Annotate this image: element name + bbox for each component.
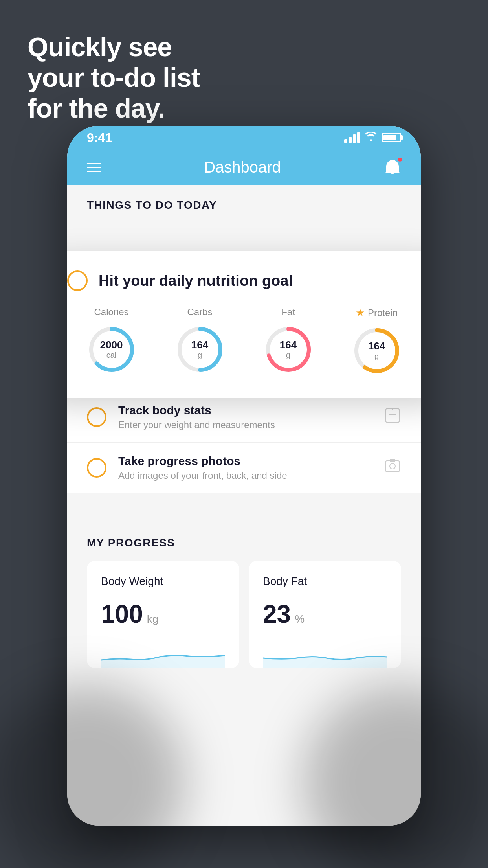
hero-line2: your to-do list: [28, 62, 200, 93]
calories-label: Calories: [94, 307, 128, 318]
progress-card-weight[interactable]: Body Weight 100 kg: [87, 561, 239, 668]
progress-section: MY PROGRESS Body Weight 100 kg: [67, 517, 421, 668]
scale-icon: [384, 407, 401, 428]
body-weight-value-row: 100 kg: [101, 600, 225, 629]
task-text-photos: Take progress photos Add images of your …: [118, 454, 372, 481]
wifi-icon: [365, 132, 377, 144]
photo-icon: [384, 458, 401, 478]
carbs-value: 164 g: [191, 339, 208, 360]
battery-icon: [382, 133, 401, 142]
protein-value: 164 g: [368, 340, 385, 361]
body-weight-chart: [101, 640, 225, 668]
carbs-label: Carbs: [187, 307, 212, 318]
status-bar: 9:41: [67, 126, 421, 149]
progress-cards: Body Weight 100 kg: [87, 561, 401, 668]
body-weight-title: Body Weight: [101, 575, 225, 588]
nutrition-carbs: Carbs 164 g: [174, 307, 226, 375]
carbs-donut: 164 g: [174, 324, 226, 375]
nav-bar: Dashboard: [67, 149, 421, 185]
body-weight-unit: kg: [147, 613, 159, 625]
spacer: [67, 493, 421, 517]
hero-line1: Quickly see: [28, 31, 200, 62]
body-fat-title: Body Fat: [263, 575, 387, 588]
bell-icon[interactable]: [384, 158, 401, 176]
hero-text: Quickly see your to-do list for the day.: [28, 31, 200, 124]
nutrition-calories: Calories 2000 cal: [86, 307, 137, 375]
section-header: THINGS TO DO TODAY: [67, 185, 421, 219]
body-fat-value: 23: [263, 600, 291, 629]
protein-label: ★ Protein: [356, 307, 398, 319]
hamburger-menu[interactable]: [87, 163, 101, 172]
nutrition-fat: Fat 164 g: [263, 307, 314, 375]
star-icon: ★: [356, 307, 365, 319]
task-name-bodystats: Track body stats: [118, 404, 372, 417]
status-time: 9:41: [87, 131, 112, 145]
svg-rect-13: [385, 461, 400, 472]
svg-rect-9: [385, 408, 400, 423]
body-fat-value-row: 23 %: [263, 600, 387, 629]
fat-donut: 164 g: [263, 324, 314, 375]
progress-card-bodyfat[interactable]: Body Fat 23 %: [249, 561, 401, 668]
hamburger-line: [87, 163, 101, 164]
task-circle-bodystats: [87, 407, 106, 427]
card-title: Hit your daily nutrition goal: [99, 272, 293, 289]
task-radio-nutrition[interactable]: [67, 270, 88, 291]
progress-title: MY PROGRESS: [87, 537, 401, 549]
nutrition-circles: Calories 2000 cal: [67, 307, 421, 376]
nav-title: Dashboard: [204, 158, 281, 176]
task-desc-photos: Add images of your front, back, and side: [118, 470, 372, 481]
svg-point-14: [390, 463, 395, 469]
task-item-bodystats[interactable]: Track body stats Enter your weight and m…: [67, 392, 421, 443]
calories-donut: 2000 cal: [86, 324, 137, 375]
notification-dot: [397, 157, 403, 162]
calories-value: 2000 cal: [100, 339, 123, 360]
card-title-row: Hit your daily nutrition goal: [67, 270, 421, 291]
task-name-photos: Take progress photos: [118, 454, 372, 468]
protein-donut: 164 g: [351, 325, 402, 376]
status-icons: [344, 132, 401, 144]
task-circle-photos: [87, 458, 106, 478]
hero-line3: for the day.: [28, 93, 200, 123]
body-weight-value: 100: [101, 600, 143, 629]
hamburger-line: [87, 167, 101, 168]
nutrition-protein: ★ Protein 164 g: [351, 307, 402, 376]
nutrition-card: Hit your daily nutrition goal Calories: [67, 251, 421, 398]
hamburger-line: [87, 171, 101, 172]
fat-value: 164 g: [280, 339, 297, 360]
fat-label: Fat: [281, 307, 295, 318]
body-fat-chart: [263, 640, 387, 668]
things-today-title: THINGS TO DO TODAY: [87, 199, 217, 211]
task-desc-bodystats: Enter your weight and measurements: [118, 419, 372, 430]
task-text-bodystats: Track body stats Enter your weight and m…: [118, 404, 372, 430]
signal-bars-icon: [344, 132, 360, 143]
task-item-photos[interactable]: Take progress photos Add images of your …: [67, 443, 421, 493]
body-fat-unit: %: [295, 613, 305, 625]
phone-wrapper: 9:41: [67, 126, 421, 841]
